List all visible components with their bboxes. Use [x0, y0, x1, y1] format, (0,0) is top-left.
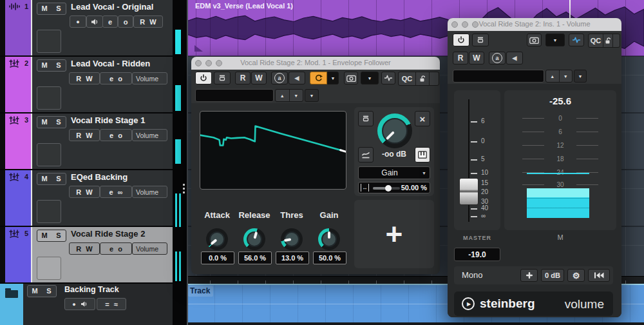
release-value[interactable]: 56.0 %	[238, 251, 272, 264]
mute-solo-group[interactable]: M S	[37, 59, 66, 72]
edit-auto-group[interactable]: e o	[100, 129, 132, 141]
monitor-button[interactable]	[86, 15, 103, 28]
automation-parameter[interactable]: Volume	[132, 72, 167, 84]
window-minimize-dot[interactable]	[462, 21, 468, 28]
thres-value[interactable]: 13.0 %	[276, 251, 309, 264]
mute-button[interactable]: M	[37, 3, 52, 14]
edit-auto-group[interactable]: e o	[100, 72, 132, 84]
gain-knob[interactable]	[318, 228, 340, 250]
mute-solo-group[interactable]: M S	[37, 3, 66, 15]
output-value[interactable]: -oo dB	[374, 150, 415, 160]
track-versions-box[interactable]	[37, 30, 61, 53]
slider-thumb[interactable]	[385, 185, 392, 192]
record-icon[interactable]: ●	[72, 301, 75, 308]
edit-channel-button[interactable]: e	[102, 15, 118, 28]
auto-fades-button[interactable]: o	[118, 15, 133, 28]
track-versions-box[interactable]	[37, 86, 61, 110]
mod-amount-slider[interactable]	[373, 187, 400, 190]
solo-button[interactable]: S	[52, 60, 66, 71]
solo-button[interactable]: S	[52, 117, 66, 128]
edit-link-group[interactable]: e ∞	[100, 186, 132, 198]
mute-solo-group[interactable]: M S	[37, 116, 66, 128]
write-automation-button[interactable]: W	[469, 52, 484, 64]
mute-button[interactable]: M	[37, 117, 52, 128]
quick-controls-button[interactable]: QC	[589, 34, 603, 47]
timebase-group[interactable]: = ≈	[97, 298, 126, 310]
read-write-group[interactable]: R W	[69, 242, 100, 255]
track-row-2[interactable]: 2 M S Lead Vocal - Ridden R W e o Volume	[0, 57, 173, 113]
read-automation-button[interactable]: R	[235, 72, 251, 84]
channel-mode-label[interactable]: Mono	[462, 270, 483, 280]
master-value-box[interactable]: -19.0	[454, 248, 500, 261]
edit-channel-button[interactable]: e	[109, 245, 113, 253]
mute-solo-group[interactable]: M S	[27, 285, 57, 297]
edit-channel-button[interactable]: e	[109, 75, 113, 83]
compare-button[interactable]	[569, 34, 584, 46]
module-output-knob[interactable]	[377, 113, 412, 148]
mute-solo-group[interactable]: M S	[37, 230, 66, 242]
gain-value[interactable]: 50.0 %	[313, 251, 346, 264]
write-button[interactable]: W	[149, 18, 156, 26]
record-monitor-group[interactable]: ●	[64, 298, 95, 310]
master-fader-handle[interactable]	[459, 178, 478, 205]
track-row-backing[interactable]: M S Backing Track ● = ≈	[0, 284, 173, 325]
destination-param-dropdown[interactable]: Gain ▼	[358, 166, 430, 179]
read-button[interactable]: R	[76, 132, 81, 139]
edit-auto-group[interactable]: e o	[100, 242, 132, 255]
module-bypass-button[interactable]	[358, 111, 374, 126]
write-automation-button[interactable]: W	[251, 72, 267, 84]
mod-amount-row[interactable]: ↔ 50.00 %	[358, 182, 430, 193]
automation-parameter[interactable]: Volume	[132, 129, 167, 141]
side-chain-dropdown[interactable]: ▼	[327, 72, 339, 84]
auto-fades-button[interactable]: o	[118, 75, 122, 83]
track-name[interactable]: Lead Vocal - Original	[71, 2, 153, 12]
preset-up-button[interactable]: ▲	[276, 90, 290, 101]
plugin-power-button[interactable]	[453, 34, 469, 46]
bypass-button[interactable]	[472, 34, 489, 46]
snapshot-button[interactable]	[527, 34, 542, 46]
window-close-dot[interactable]	[195, 60, 202, 66]
track-name[interactable]: Vocal Ride Stage 1	[71, 115, 145, 125]
add-module-panel[interactable]: +	[354, 200, 434, 268]
read-button[interactable]: R	[76, 188, 81, 196]
edit-channel-button[interactable]: e	[109, 188, 113, 196]
mute-button[interactable]: M	[37, 230, 52, 241]
auto-fades-button[interactable]: o	[118, 132, 122, 139]
preset-browser-dropdown[interactable]: ▼	[305, 89, 319, 102]
preset-name-field[interactable]	[453, 70, 544, 83]
write-button[interactable]: W	[86, 188, 92, 196]
mod-amount-value[interactable]: 50.00 %	[401, 184, 427, 192]
copy-ab-button[interactable]: ◀	[289, 72, 305, 84]
write-button[interactable]: W	[86, 245, 92, 253]
musical-timebase-icon[interactable]: ≈	[114, 300, 118, 308]
preset-up-button[interactable]: ▲	[546, 70, 560, 82]
read-automation-button[interactable]: R	[453, 52, 468, 64]
solo-button[interactable]: S	[42, 286, 56, 297]
attack-knob[interactable]	[206, 228, 228, 250]
event-fade-handle[interactable]	[194, 45, 203, 52]
side-chain-button[interactable]	[310, 72, 327, 84]
mute-button[interactable]: M	[37, 173, 52, 184]
track-versions-box[interactable]	[37, 200, 61, 223]
reset-gain-button[interactable]: 0 dB	[541, 269, 564, 282]
auto-fades-button[interactable]: o	[118, 245, 122, 253]
record-enable-button[interactable]: ●	[70, 15, 86, 28]
snapshot-dropdown[interactable]: ▼	[361, 72, 379, 84]
automation-parameter[interactable]: Volume	[132, 186, 167, 198]
link-icon[interactable]: ∞	[118, 188, 123, 196]
preset-down-button[interactable]: ▼	[290, 90, 303, 101]
track-name[interactable]: EQed Backing	[71, 172, 128, 182]
track-row-5[interactable]: 5 M S Vocal Ride Stage 2 R W e o Volume	[0, 227, 173, 284]
solo-button[interactable]: S	[52, 3, 66, 14]
window-titlebar[interactable]: Vocal Ride Stage 2: Mod. 1 - Envelope Fo…	[191, 57, 440, 70]
track-name[interactable]: Lead Vocal - Ridden	[71, 59, 150, 68]
track-name[interactable]: Backing Track	[64, 285, 119, 294]
peak-level-value[interactable]: -25.6	[504, 95, 616, 106]
automation-parameter[interactable]: Volume	[132, 242, 167, 255]
bypass-button[interactable]	[214, 72, 231, 84]
speaker-icon[interactable]	[80, 301, 88, 307]
envelope-mode-button[interactable]	[358, 147, 374, 162]
window-titlebar[interactable]: Vocal Ride Stage 2: Ins. 1 - Volume	[448, 18, 621, 31]
lock-button[interactable]	[416, 72, 430, 85]
plugin-power-button[interactable]	[195, 72, 212, 84]
